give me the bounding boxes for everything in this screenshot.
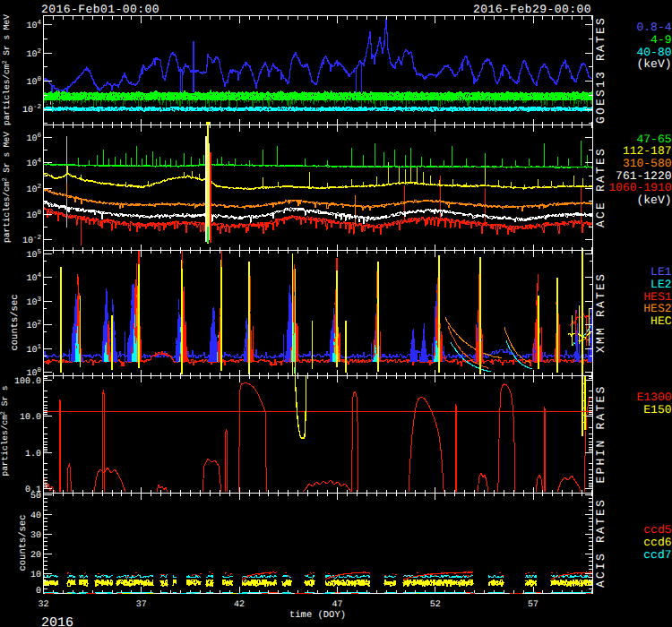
svg-text:HEC: HEC (650, 314, 672, 328)
svg-text:ACE RATES: ACE RATES (594, 147, 607, 228)
svg-text:ACIS RATES: ACIS RATES (594, 498, 607, 588)
svg-text:time (DOY): time (DOY) (289, 610, 346, 621)
svg-text:counts/sec: counts/sec (10, 294, 21, 350)
svg-text:EPHIN RATES: EPHIN RATES (594, 384, 607, 483)
svg-text:30: 30 (30, 531, 41, 541)
svg-text:(keV): (keV) (636, 57, 671, 71)
svg-text:GOES13 RATES: GOES13 RATES (594, 16, 607, 124)
svg-text:2016-Feb01-00:00: 2016-Feb01-00:00 (41, 3, 159, 16)
svg-text:particles/cm2 Sr s: particles/cm2 Sr s (0, 385, 10, 476)
svg-text:1.0: 1.0 (25, 450, 41, 460)
svg-text:52: 52 (430, 600, 441, 610)
svg-text:particles/cm2 Sr s MeV: particles/cm2 Sr s MeV (2, 14, 12, 125)
svg-text:ccd7: ccd7 (643, 548, 671, 562)
svg-text:32: 32 (38, 600, 48, 610)
svg-text:E150: E150 (643, 403, 671, 417)
svg-text:0: 0 (36, 587, 41, 597)
svg-text:40: 40 (30, 511, 41, 521)
svg-text:57: 57 (528, 600, 538, 610)
svg-text:37: 37 (136, 600, 147, 610)
svg-text:50: 50 (30, 492, 41, 502)
svg-text:100.0: 100.0 (14, 377, 41, 387)
svg-text:(keV): (keV) (636, 193, 671, 207)
svg-text:2016-Feb29-00:00: 2016-Feb29-00:00 (473, 3, 591, 16)
svg-text:47: 47 (332, 600, 342, 610)
svg-text:particles/cm2 Sr s MeV: particles/cm2 Sr s MeV (2, 132, 12, 243)
svg-text:10.0: 10.0 (20, 413, 41, 423)
svg-text:XMM RATES: XMM RATES (594, 272, 607, 353)
svg-text:20: 20 (30, 551, 41, 561)
svg-text:counts/sec: counts/sec (18, 514, 29, 571)
svg-text:10: 10 (30, 571, 41, 580)
svg-text:42: 42 (234, 600, 245, 610)
svg-text:2016: 2016 (41, 615, 73, 627)
